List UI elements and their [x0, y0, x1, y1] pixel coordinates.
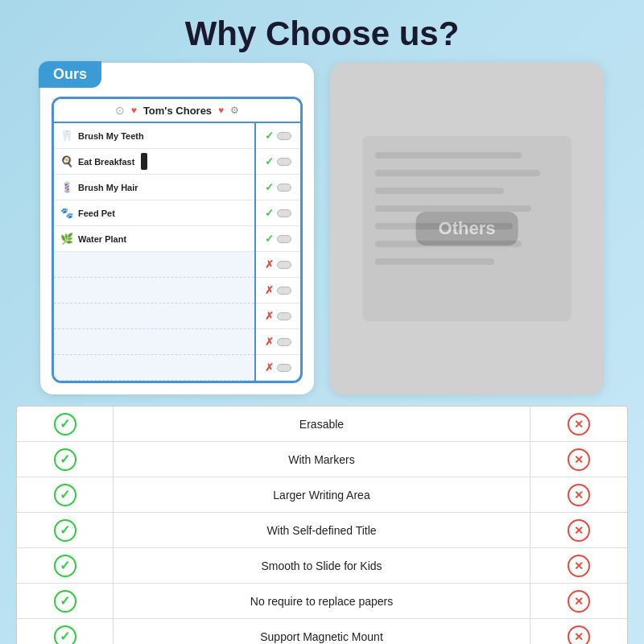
toggle-8 — [277, 312, 291, 320]
chore-item-8 — [54, 303, 254, 329]
table-row: ✓Support Magnetic Mount✕ — [17, 619, 627, 644]
comparison-table: ✓Erasable✕✓With Markers✕✓Larger Writing … — [16, 406, 628, 644]
toggle-6 — [277, 261, 291, 269]
col-others-5: ✕ — [530, 584, 627, 618]
crossmark-10: ✗ — [265, 361, 274, 374]
col-others-1: ✕ — [530, 442, 627, 477]
checkmark-1: ✓ — [265, 130, 274, 142]
chore-item-5: 🌿 Water Plant — [54, 226, 254, 252]
col-ours-3: ✓ — [17, 513, 114, 547]
green-check-icon: ✓ — [54, 625, 76, 645]
check-5: ✓ — [256, 226, 300, 252]
settings-icon: ⚙ — [230, 105, 239, 116]
crossmark-9: ✗ — [265, 336, 274, 348]
chore-label-2: Eat Breakfast — [78, 157, 134, 167]
red-x-icon: ✕ — [568, 625, 590, 645]
chore-icon-2: 🍳 — [60, 155, 73, 167]
checkmark-2: ✓ — [265, 155, 274, 167]
red-x-icon: ✕ — [568, 484, 590, 506]
chore-item-10 — [54, 355, 254, 381]
check-1: ✓ — [256, 123, 300, 149]
checkmark-4: ✓ — [265, 207, 274, 219]
marker-visual — [141, 153, 147, 170]
chore-item-7 — [54, 278, 254, 303]
chore-checks: ✓ ✓ ✓ ✓ ✓ ✗ ✗ ✗ ✗ ✗ — [256, 123, 300, 381]
col-feature-0: Erasable — [114, 407, 530, 441]
page-title: Why Choose us? — [0, 0, 644, 63]
green-check-icon: ✓ — [54, 484, 76, 506]
check-10: ✗ — [256, 355, 300, 381]
chore-board: ⊙ ♥ Tom's Chores ♥ ⚙ 🦷 Brush My Teeth 🍳 … — [52, 97, 303, 383]
table-row: ✓Larger Writing Area✕ — [17, 477, 627, 513]
col-feature-1: With Markers — [114, 442, 530, 477]
col-ours-1: ✓ — [17, 442, 114, 477]
red-x-icon: ✕ — [568, 555, 590, 577]
check-2: ✓ — [256, 149, 300, 175]
chore-label-4: Feed Pet — [78, 208, 115, 218]
chore-item-6 — [54, 252, 254, 278]
toggle-5 — [277, 235, 291, 243]
crossmark-6: ✗ — [265, 258, 274, 270]
col-others-4: ✕ — [530, 548, 627, 583]
col-feature-5: No require to replace papers — [114, 584, 530, 618]
check-3: ✓ — [256, 175, 300, 200]
chore-label-3: Brush My Hair — [78, 183, 138, 192]
chore-item-2: 🍳 Eat Breakfast — [54, 149, 254, 175]
chore-label-1: Brush My Teeth — [78, 131, 144, 141]
table-row: ✓No require to replace papers✕ — [17, 584, 627, 619]
toggle-1 — [277, 132, 291, 140]
dots-icon: ⊙ — [115, 104, 125, 117]
col-feature-3: With Self-defined Title — [114, 513, 530, 547]
others-blurred-content — [362, 136, 572, 292]
col-ours-5: ✓ — [17, 584, 114, 618]
check-9: ✗ — [256, 329, 300, 355]
ours-panel: Ours ⊙ ♥ Tom's Chores ♥ ⚙ 🦷 Brush My Tee… — [40, 63, 314, 394]
col-ours-2: ✓ — [17, 477, 114, 512]
heart-icon: ♥ — [131, 105, 137, 116]
green-check-icon: ✓ — [54, 448, 76, 471]
chore-item-1: 🦷 Brush My Teeth — [54, 123, 254, 149]
red-x-icon: ✕ — [568, 519, 590, 542]
others-board-preview — [362, 136, 572, 321]
check-6: ✗ — [256, 252, 300, 278]
col-ours-4: ✓ — [17, 548, 114, 583]
crossmark-7: ✗ — [265, 284, 274, 296]
chore-board-body: 🦷 Brush My Teeth 🍳 Eat Breakfast 💈 Brush… — [54, 123, 300, 381]
others-panel: Others — [330, 63, 604, 394]
chore-icon-5: 🌿 — [60, 233, 73, 245]
col-feature-2: Larger Writing Area — [114, 477, 530, 512]
toggle-10 — [277, 364, 291, 372]
toggle-7 — [277, 287, 291, 295]
toggle-9 — [277, 338, 291, 346]
col-ours-0: ✓ — [17, 407, 114, 441]
check-7: ✗ — [256, 278, 300, 303]
toggle-2 — [277, 158, 291, 166]
chore-icon-3: 💈 — [60, 181, 73, 193]
checkmark-5: ✓ — [265, 233, 274, 245]
col-feature-4: Smooth to Slide for Kids — [114, 548, 530, 583]
toggle-4 — [277, 209, 291, 217]
green-check-icon: ✓ — [54, 555, 76, 577]
red-x-icon: ✕ — [568, 448, 590, 471]
chore-item-9 — [54, 329, 254, 355]
chore-board-title: Tom's Chores — [143, 105, 212, 117]
table-row: ✓Erasable✕ — [17, 407, 627, 442]
green-check-icon: ✓ — [54, 590, 76, 613]
col-others-6: ✕ — [530, 619, 627, 644]
top-comparison-section: Ours ⊙ ♥ Tom's Chores ♥ ⚙ 🦷 Brush My Tee… — [0, 63, 644, 394]
chore-board-header: ⊙ ♥ Tom's Chores ♥ ⚙ — [54, 99, 300, 123]
check-4: ✓ — [256, 200, 300, 226]
chore-items-list: 🦷 Brush My Teeth 🍳 Eat Breakfast 💈 Brush… — [54, 123, 256, 381]
red-x-icon: ✕ — [568, 413, 590, 436]
green-check-icon: ✓ — [54, 413, 76, 436]
chore-icon-4: 🐾 — [60, 207, 73, 219]
check-8: ✗ — [256, 303, 300, 329]
col-ours-6: ✓ — [17, 619, 114, 644]
col-others-0: ✕ — [530, 407, 627, 441]
table-row: ✓With Self-defined Title✕ — [17, 513, 627, 548]
checkmark-3: ✓ — [265, 181, 274, 193]
col-feature-6: Support Magnetic Mount — [114, 619, 530, 644]
chore-item-4: 🐾 Feed Pet — [54, 200, 254, 226]
red-x-icon: ✕ — [568, 590, 590, 613]
chore-item-3: 💈 Brush My Hair — [54, 175, 254, 200]
